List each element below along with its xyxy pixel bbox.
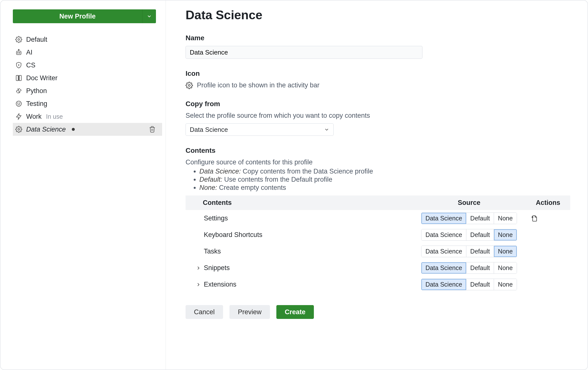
sidebar-item-label: AI xyxy=(26,49,33,56)
sidebar-item-label: Data Science xyxy=(26,126,66,133)
sidebar-item-label: CS xyxy=(26,61,36,69)
chevron-right-icon[interactable] xyxy=(195,265,201,271)
svg-point-3 xyxy=(19,53,20,53)
content-row-label: Extensions xyxy=(204,281,236,288)
icon-label: Icon xyxy=(186,70,570,78)
copy-from-selected-value: Data Science xyxy=(190,126,228,134)
delete-profile-button[interactable] xyxy=(149,126,156,133)
source-option-none[interactable]: None xyxy=(494,246,517,257)
book-icon xyxy=(15,75,23,81)
table-row: TasksData ScienceDefaultNone xyxy=(186,243,570,260)
robot-icon xyxy=(15,49,23,56)
sidebar-item-cs[interactable]: CS xyxy=(13,59,162,72)
sidebar: New Profile DefaultAICSDoc WriterPythonT… xyxy=(0,0,166,370)
sidebar-item-ai[interactable]: AI xyxy=(13,46,162,59)
icon-description: Profile icon to be shown in the activity… xyxy=(197,81,320,89)
svg-point-12 xyxy=(18,103,18,103)
source-option-data-science[interactable]: Data Science xyxy=(421,246,466,257)
contents-label: Contents xyxy=(186,147,570,155)
gear-icon xyxy=(15,36,23,43)
source-option-none[interactable]: None xyxy=(494,229,517,240)
copy-from-label: Copy from xyxy=(186,100,570,108)
gear-icon[interactable] xyxy=(186,82,193,89)
sidebar-item-default[interactable]: Default xyxy=(13,33,162,46)
source-option-default[interactable]: Default xyxy=(466,213,494,224)
source-option-data-science[interactable]: Data Science xyxy=(421,262,466,273)
sidebar-item-doc-writer[interactable]: Doc Writer xyxy=(13,72,162,84)
content-row-label: Keyboard Shortcuts xyxy=(204,231,262,239)
icon-section: Icon Profile icon to be shown in the act… xyxy=(186,70,570,89)
preview-button[interactable]: Preview xyxy=(229,305,270,319)
source-option-default[interactable]: Default xyxy=(466,279,494,290)
svg-rect-1 xyxy=(17,51,21,55)
source-option-data-science[interactable]: Data Science xyxy=(421,213,466,224)
source-option-data-science[interactable]: Data Science xyxy=(421,229,466,240)
shield-icon xyxy=(15,62,23,69)
name-section: Name xyxy=(186,34,570,59)
column-contents: Contents xyxy=(186,195,412,210)
svg-point-13 xyxy=(19,103,20,103)
sidebar-item-testing[interactable]: Testing xyxy=(13,97,162,110)
column-actions: Actions xyxy=(526,195,570,210)
sidebar-item-data-science[interactable]: Data Science xyxy=(13,123,162,136)
source-option-none[interactable]: None xyxy=(494,279,517,290)
content-row-label: Snippets xyxy=(204,264,230,272)
create-button[interactable]: Create xyxy=(276,305,314,319)
open-file-icon[interactable] xyxy=(531,215,565,222)
sidebar-item-label: Testing xyxy=(26,100,47,108)
svg-point-2 xyxy=(18,53,18,53)
column-source: Source xyxy=(412,195,526,210)
profile-name-input[interactable] xyxy=(186,46,422,59)
source-option-none[interactable]: None xyxy=(494,213,517,224)
svg-point-9 xyxy=(18,89,18,89)
legend-item: Data Science: Copy contents from the Dat… xyxy=(199,168,570,175)
source-option-data-science[interactable]: Data Science xyxy=(421,279,466,290)
copy-from-description: Select the profile source from which you… xyxy=(186,112,570,119)
sidebar-item-python[interactable]: Python xyxy=(13,84,162,97)
legend-item: None: Create empty contents xyxy=(199,184,570,192)
svg-point-16 xyxy=(188,84,190,86)
source-segmented-control: Data ScienceDefaultNone xyxy=(421,246,517,257)
chevron-down-icon xyxy=(147,14,152,19)
source-segmented-control: Data ScienceDefaultNone xyxy=(421,279,517,290)
source-option-none[interactable]: None xyxy=(494,262,517,273)
gear-icon xyxy=(15,126,23,133)
legend-item: Default: Use contents from the Default p… xyxy=(199,176,570,183)
svg-point-0 xyxy=(18,39,20,40)
sidebar-item-label: Python xyxy=(26,87,47,95)
table-row: SnippetsData ScienceDefaultNone xyxy=(186,260,570,276)
sidebar-item-work[interactable]: WorkIn use xyxy=(13,110,162,123)
name-label: Name xyxy=(186,34,570,42)
svg-point-11 xyxy=(16,101,21,106)
chevron-right-icon[interactable] xyxy=(195,282,201,287)
table-row: ExtensionsData ScienceDefaultNone xyxy=(186,276,570,293)
sidebar-item-label: Work xyxy=(26,113,42,120)
smile-icon xyxy=(15,100,23,107)
contents-table: Contents Source Actions SettingsData Sci… xyxy=(186,195,570,293)
footer-buttons: Cancel Preview Create xyxy=(186,305,570,319)
source-option-default[interactable]: Default xyxy=(466,246,494,257)
table-row: Keyboard ShortcutsData ScienceDefaultNon… xyxy=(186,227,570,243)
content-row-label: Tasks xyxy=(204,248,221,255)
source-option-default[interactable]: Default xyxy=(466,262,494,273)
copy-from-section: Copy from Select the profile source from… xyxy=(186,100,570,136)
new-profile-dropdown-button[interactable] xyxy=(142,9,156,23)
dirty-indicator-icon xyxy=(72,128,75,131)
source-segmented-control: Data ScienceDefaultNone xyxy=(421,213,517,224)
source-segmented-control: Data ScienceDefaultNone xyxy=(421,229,517,241)
source-segmented-control: Data ScienceDefaultNone xyxy=(421,262,517,274)
svg-point-15 xyxy=(18,129,20,130)
svg-point-10 xyxy=(19,92,20,93)
sidebar-item-label: Default xyxy=(26,36,47,43)
bolt-icon xyxy=(15,113,23,120)
copy-from-select[interactable]: Data Science xyxy=(186,123,334,136)
sidebar-item-label: Doc Writer xyxy=(26,74,57,82)
svg-marker-14 xyxy=(17,114,21,119)
in-use-badge: In use xyxy=(46,113,63,120)
source-option-default[interactable]: Default xyxy=(466,229,494,240)
chevron-down-icon xyxy=(324,127,329,132)
cancel-button[interactable]: Cancel xyxy=(186,305,223,319)
contents-section: Contents Configure source of contents fo… xyxy=(186,147,570,293)
content-row-label: Settings xyxy=(204,214,228,222)
new-profile-button[interactable]: New Profile xyxy=(13,9,142,23)
